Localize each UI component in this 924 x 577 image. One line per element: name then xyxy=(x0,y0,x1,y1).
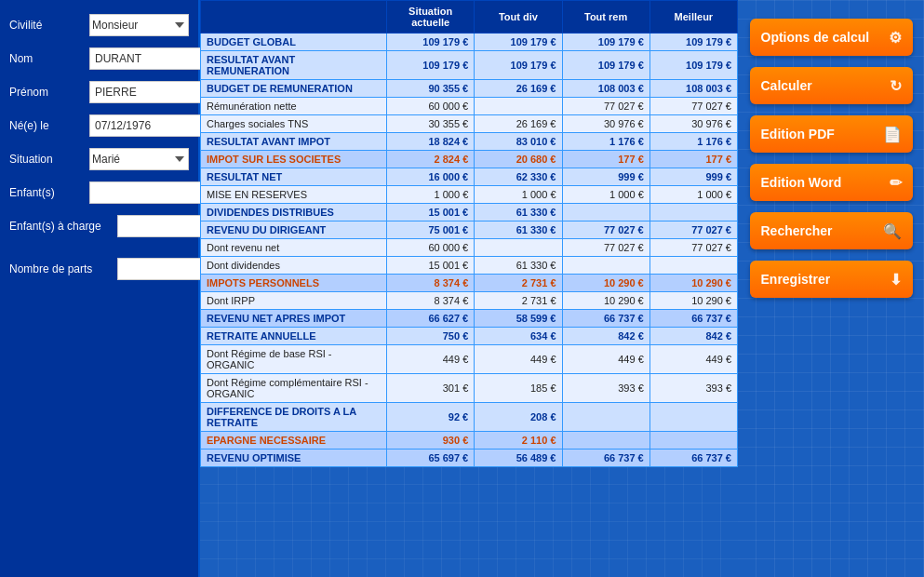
row-cell: 30 355 € xyxy=(387,115,475,133)
row-cell: 2 731 € xyxy=(475,292,562,310)
table-row: Charges sociales TNS30 355 €26 169 €30 9… xyxy=(201,115,738,133)
table-row: DIVIDENDES DISTRIBUES15 001 €61 330 € xyxy=(201,204,738,221)
results-table: Situationactuelle Tout div Tout rem Meil… xyxy=(200,0,738,467)
col-header-toutdiv: Tout div xyxy=(475,1,562,34)
enfants-charge-label: Enfant(s) à charge xyxy=(9,220,112,233)
row-cell: 393 € xyxy=(562,374,649,403)
row-cell: 1 000 € xyxy=(387,186,475,204)
civilite-row: Civilité Monsieur Madame xyxy=(9,14,189,36)
options-calcul-button[interactable]: Options de calcul⚙ xyxy=(750,19,913,56)
col-header-situation: Situationactuelle xyxy=(387,1,475,34)
row-cell: 177 € xyxy=(649,151,737,168)
row-cell: 449 € xyxy=(649,345,737,374)
row-label: IMPOTS PERSONNELS xyxy=(201,275,387,292)
enregistrer-button[interactable]: Enregistrer⬇ xyxy=(750,261,913,298)
row-cell: 842 € xyxy=(562,328,649,345)
enfants-label: Enfant(s) xyxy=(9,186,84,199)
table-row: RESULTAT AVANT REMUNERATION109 179 €109 … xyxy=(201,51,738,80)
row-cell: 60 000 € xyxy=(387,98,475,115)
edition-pdf-button[interactable]: Edition PDF📄 xyxy=(750,115,913,153)
table-row: Dont IRPP8 374 €2 731 €10 290 €10 290 € xyxy=(201,292,738,310)
calculer-icon: ↻ xyxy=(890,77,902,95)
row-cell: 1 176 € xyxy=(562,133,649,151)
row-label: EPARGNE NECESSAIRE xyxy=(201,432,387,450)
edition-word-label: Edition Word xyxy=(761,175,842,190)
row-cell: 56 489 € xyxy=(475,450,562,467)
calculer-button[interactable]: Calculer↻ xyxy=(750,67,913,104)
row-cell: 999 € xyxy=(562,168,649,186)
row-label: Charges sociales TNS xyxy=(201,115,387,133)
row-cell: 109 179 € xyxy=(562,34,649,51)
row-cell: 77 027 € xyxy=(649,98,737,115)
col-header-toutrem: Tout rem xyxy=(562,1,649,34)
row-cell xyxy=(562,432,649,450)
row-label: Dont Régime complémentaire RSI - ORGANIC xyxy=(201,374,387,403)
row-cell xyxy=(649,432,737,450)
row-cell: 77 027 € xyxy=(562,221,649,239)
row-cell: 61 330 € xyxy=(475,221,562,239)
edition-word-icon: ✏ xyxy=(890,174,902,192)
row-label: BUDGET GLOBAL xyxy=(201,34,387,51)
row-cell: 109 179 € xyxy=(387,51,475,80)
row-cell: 8 374 € xyxy=(387,275,475,292)
rechercher-button[interactable]: Rechercher🔍 xyxy=(750,212,913,249)
row-cell xyxy=(475,239,562,257)
table-row: REVENU OPTIMISE65 697 €56 489 €66 737 €6… xyxy=(201,450,738,467)
options-calcul-label: Options de calcul xyxy=(761,30,870,45)
row-label: Dont IRPP xyxy=(201,292,387,310)
edition-word-button[interactable]: Edition Word✏ xyxy=(750,164,913,201)
situation-select[interactable]: Marié Célibataire xyxy=(89,148,189,170)
row-cell: 10 290 € xyxy=(562,275,649,292)
row-label: REVENU DU DIRIGEANT xyxy=(201,221,387,239)
table-row: Dont revenu net60 000 €77 027 €77 027 € xyxy=(201,239,738,257)
row-cell: 109 179 € xyxy=(387,34,475,51)
row-cell: 83 010 € xyxy=(475,133,562,151)
row-cell: 26 169 € xyxy=(475,115,562,133)
row-cell xyxy=(649,403,737,432)
row-cell: 10 290 € xyxy=(649,292,737,310)
row-cell: 18 824 € xyxy=(387,133,475,151)
table-row: Rémunération nette60 000 €77 027 €77 027… xyxy=(201,98,738,115)
table-row: RESULTAT AVANT IMPOT18 824 €83 010 €1 17… xyxy=(201,133,738,151)
row-cell: 15 001 € xyxy=(387,204,475,221)
row-cell: 108 003 € xyxy=(562,80,649,98)
enfants-row: Enfant(s) xyxy=(9,181,189,204)
row-cell: 301 € xyxy=(387,374,475,403)
row-cell: 58 599 € xyxy=(475,310,562,328)
row-cell: 208 € xyxy=(475,403,562,432)
row-label: MISE EN RESERVES xyxy=(201,186,387,204)
edition-pdf-label: Edition PDF xyxy=(761,127,835,141)
row-cell: 66 737 € xyxy=(649,310,737,328)
row-label: REVENU NET APRES IMPOT xyxy=(201,310,387,328)
left-panel: Civilité Monsieur Madame Nom Prénom Né(e… xyxy=(0,0,200,577)
row-cell: 1 000 € xyxy=(649,186,737,204)
row-label: DIFFERENCE DE DROITS A LA RETRAITE xyxy=(201,403,387,432)
row-cell: 8 374 € xyxy=(387,292,475,310)
situation-label: Situation xyxy=(9,153,84,166)
row-cell: 10 290 € xyxy=(562,292,649,310)
row-cell: 393 € xyxy=(649,374,737,403)
row-cell: 750 € xyxy=(387,328,475,345)
table-row: RETRAITE ANNUELLE750 €634 €842 €842 € xyxy=(201,328,738,345)
table-container[interactable]: Situationactuelle Tout div Tout rem Meil… xyxy=(200,0,738,577)
row-label: IMPOT SUR LES SOCIETES xyxy=(201,151,387,168)
table-header-row: Situationactuelle Tout div Tout rem Meil… xyxy=(201,1,738,34)
nele-label: Né(e) le xyxy=(9,119,84,132)
situation-row: Situation Marié Célibataire xyxy=(9,148,189,170)
row-cell xyxy=(562,257,649,275)
row-cell: 999 € xyxy=(649,168,737,186)
col-header-label xyxy=(201,1,387,34)
table-row: Dont dividendes15 001 €61 330 € xyxy=(201,257,738,275)
prenom-label: Prénom xyxy=(9,86,84,99)
row-cell: 30 976 € xyxy=(649,115,737,133)
row-cell: 66 627 € xyxy=(387,310,475,328)
row-cell: 1 000 € xyxy=(475,186,562,204)
row-cell: 62 330 € xyxy=(475,168,562,186)
row-cell: 77 027 € xyxy=(562,98,649,115)
row-cell: 16 000 € xyxy=(387,168,475,186)
table-row: REVENU DU DIRIGEANT75 001 €61 330 €77 02… xyxy=(201,221,738,239)
civilite-select[interactable]: Monsieur Madame xyxy=(89,14,189,36)
row-cell: 449 € xyxy=(475,345,562,374)
row-cell: 26 169 € xyxy=(475,80,562,98)
row-cell: 61 330 € xyxy=(475,204,562,221)
